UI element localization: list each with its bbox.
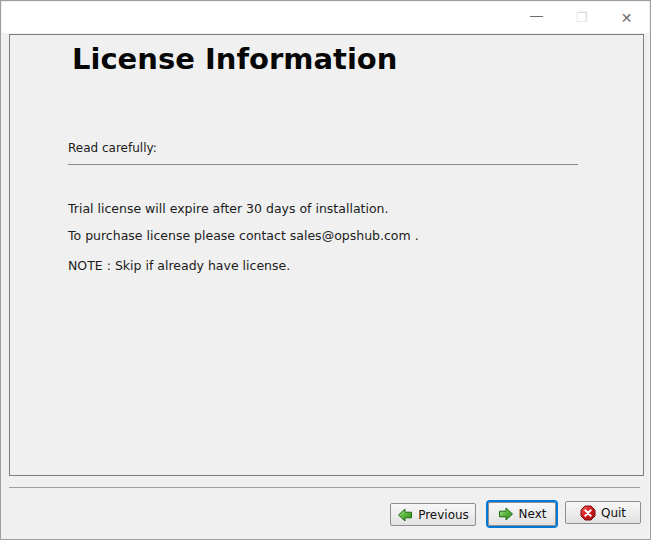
quit-button-label: Quit [601, 506, 626, 520]
page-title: License Information [72, 42, 397, 76]
read-carefully-underline [68, 164, 578, 165]
license-info-line: Trial license will expire after 30 days … [68, 201, 388, 216]
previous-arrow-icon [397, 507, 413, 523]
previous-button[interactable]: Previous [390, 503, 476, 526]
close-icon: ✕ [621, 11, 633, 25]
license-note-line: NOTE : Skip if already have license. [68, 258, 290, 273]
content-panel: License Information Read carefully: Tria… [9, 34, 644, 476]
close-button[interactable]: ✕ [604, 2, 649, 33]
titlebar[interactable]: — ❐ ✕ [2, 2, 649, 33]
read-carefully-label: Read carefully: [68, 141, 157, 155]
quit-stop-icon [580, 505, 596, 521]
previous-button-label: Previous [418, 508, 469, 522]
installer-window: — ❐ ✕ License Information Read carefully… [0, 0, 651, 540]
next-button-label: Next [519, 507, 547, 521]
minimize-button[interactable]: — [514, 2, 559, 33]
footer-separator [9, 487, 640, 488]
maximize-button[interactable]: ❐ [559, 2, 604, 33]
minimize-icon: — [530, 9, 543, 22]
license-info-line: To purchase license please contact sales… [68, 228, 419, 243]
next-arrow-icon [498, 506, 514, 522]
maximize-icon: ❐ [576, 11, 588, 24]
next-button[interactable]: Next [488, 502, 556, 526]
quit-button[interactable]: Quit [565, 501, 641, 524]
